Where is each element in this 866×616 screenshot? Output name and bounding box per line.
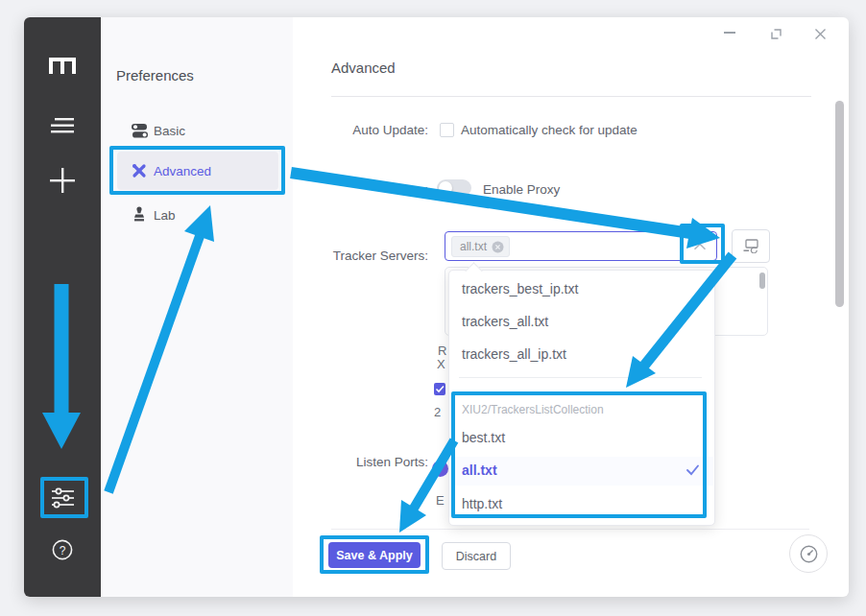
save-apply-button[interactable]: Save & Apply bbox=[328, 542, 421, 568]
main-scrollbar[interactable] bbox=[835, 101, 844, 307]
minimize-icon[interactable] bbox=[724, 32, 735, 34]
auto-update-checkbox[interactable] bbox=[440, 123, 454, 137]
sidebar-item-lab[interactable]: Lab bbox=[125, 201, 269, 228]
selected-tag[interactable]: all.txt bbox=[451, 236, 510, 257]
auto-update-label: Auto Update: bbox=[293, 123, 428, 137]
listen-ports-label: Listen Ports: bbox=[293, 455, 428, 469]
obscured-checkbox bbox=[434, 383, 445, 395]
dropdown-option[interactable]: trackers_best_ip.txt bbox=[462, 281, 578, 296]
dropdown-option[interactable]: trackers_all.txt bbox=[462, 314, 548, 329]
tag-close-icon[interactable] bbox=[492, 241, 504, 253]
dropdown-option-selected[interactable]: all.txt bbox=[462, 462, 497, 478]
tag-label: all.txt bbox=[460, 240, 487, 253]
sync-trackers-button[interactable] bbox=[732, 229, 770, 263]
auto-update-option-label[interactable]: Automatically check for update bbox=[461, 123, 637, 137]
speed-test-button[interactable] bbox=[789, 534, 828, 573]
dropdown-option[interactable]: http.txt bbox=[462, 496, 502, 511]
save-apply-label: Save & Apply bbox=[336, 549, 412, 562]
sidebar-item-basic[interactable]: Basic bbox=[125, 117, 269, 144]
obscured-control bbox=[432, 461, 448, 477]
check-icon bbox=[686, 463, 700, 476]
proxy-option-label[interactable]: Enable Proxy bbox=[483, 182, 560, 197]
restore-icon[interactable] bbox=[771, 29, 782, 39]
app-sidebar: ? bbox=[24, 17, 101, 597]
textarea-scrollbar[interactable] bbox=[759, 272, 765, 289]
dropdown-option[interactable]: best.txt bbox=[462, 430, 505, 445]
proxy-toggle[interactable] bbox=[437, 179, 471, 197]
dropdown-option[interactable]: trackers_all_ip.txt bbox=[462, 346, 566, 362]
advanced-tools-icon bbox=[132, 163, 147, 178]
preferences-panel: Preferences Basic Advanced bbox=[101, 17, 293, 597]
tracker-servers-label: Tracker Servers: bbox=[293, 249, 428, 263]
discard-label: Discard bbox=[456, 550, 496, 563]
obscured-text: X bbox=[437, 358, 445, 371]
header-divider bbox=[331, 96, 811, 97]
tracker-servers-select[interactable]: all.txt bbox=[445, 231, 717, 261]
toggle-knob bbox=[439, 181, 452, 195]
add-task-icon[interactable] bbox=[50, 168, 75, 193]
proxy-label: Proxy: bbox=[293, 182, 428, 197]
help-icon[interactable]: ? bbox=[52, 539, 73, 560]
discard-button[interactable]: Discard bbox=[442, 542, 511, 570]
close-icon[interactable] bbox=[814, 28, 827, 40]
dropdown-divider bbox=[459, 377, 702, 378]
speedometer-icon bbox=[799, 544, 819, 564]
footer-divider bbox=[331, 529, 809, 530]
sidebar-item-advanced[interactable]: Advanced bbox=[117, 152, 278, 190]
sync-refresh-icon bbox=[743, 239, 759, 253]
preferences-sliders-icon[interactable] bbox=[50, 486, 76, 509]
chevron-up-icon[interactable] bbox=[693, 243, 707, 250]
dropdown-group-label: XIU2/TrackersListCollection bbox=[462, 403, 604, 416]
obscured-text: 2 bbox=[434, 406, 441, 419]
obscured-text: R bbox=[438, 344, 446, 358]
tracker-dropdown: trackers_best_ip.txt trackers_all.txt tr… bbox=[448, 270, 715, 526]
page-title: Advanced bbox=[331, 59, 396, 76]
preferences-panel-title: Preferences bbox=[116, 67, 194, 83]
sidebar-item-label: Basic bbox=[154, 124, 185, 138]
lab-stamp-icon bbox=[132, 206, 146, 223]
sidebar-item-label: Advanced bbox=[154, 164, 211, 178]
motrix-logo-icon bbox=[49, 58, 76, 75]
svg-text:?: ? bbox=[60, 544, 66, 557]
basic-toggles-icon bbox=[132, 124, 148, 138]
sidebar-item-label: Lab bbox=[154, 208, 176, 223]
preferences-window: ? Preferences Basic bbox=[24, 17, 849, 597]
task-list-icon[interactable] bbox=[51, 118, 74, 133]
obscured-text: E bbox=[436, 494, 445, 508]
